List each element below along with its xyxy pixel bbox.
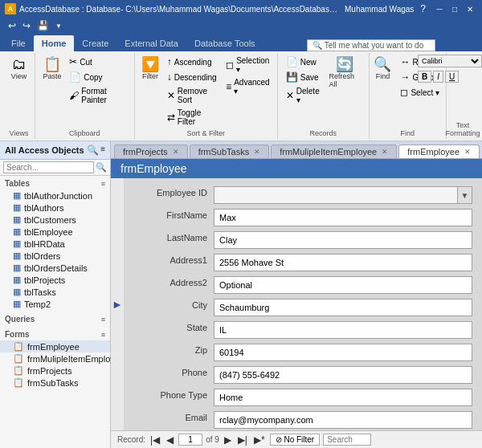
selection-button[interactable]: ◻ Selection ▾ <box>223 55 273 75</box>
filter-button[interactable]: 🔽 Filter <box>138 55 162 83</box>
prev-record-button[interactable]: ◀ <box>165 434 175 446</box>
bold-button[interactable]: B <box>418 71 431 83</box>
nav-item-tblauthorjunction[interactable]: ▦ tblAuthorJunction <box>0 189 110 202</box>
redo-button[interactable]: ↪ <box>21 19 32 32</box>
nav-item-tblemployee[interactable]: ▦ tblEmployee <box>0 226 110 238</box>
table-icon: ▦ <box>13 275 21 285</box>
email-input[interactable] <box>214 411 472 429</box>
employeeid-input[interactable] <box>214 186 458 204</box>
maximize-button[interactable]: □ <box>447 2 462 16</box>
tab-file[interactable]: File <box>3 35 34 51</box>
record-search-input[interactable] <box>323 434 371 446</box>
new-record-button[interactable]: 📄 New <box>283 55 324 69</box>
doc-tab-frmprojects[interactable]: frmProjects ✕ <box>114 145 188 158</box>
toggle-filter-button[interactable]: ⇄ Toggle Filter <box>164 107 221 128</box>
address1-input[interactable] <box>214 254 472 271</box>
help-icon[interactable]: ? <box>420 3 426 14</box>
paste-button[interactable]: 📋 Paste <box>40 55 64 83</box>
minimize-button[interactable]: ─ <box>432 2 447 16</box>
record-number-input[interactable] <box>178 434 202 446</box>
firstname-input[interactable] <box>214 209 472 226</box>
tab-external-data[interactable]: External Data <box>116 35 186 51</box>
refresh-all-button[interactable]: 🔄 Refresh All <box>325 55 363 91</box>
refresh-label: Refresh All <box>329 72 359 88</box>
doc-tab-frmemployee[interactable]: frmEmployee ✕ <box>398 145 480 158</box>
form-nav-left-arrow[interactable]: ► <box>111 178 124 430</box>
cut-button[interactable]: ✂ Cut <box>66 55 129 69</box>
nav-item-frmprojects[interactable]: 📋 frmProjects <box>0 365 110 377</box>
nav-item-tblauthors[interactable]: ▦ tblAuthors <box>0 202 110 214</box>
next-record-button[interactable]: ▶ <box>223 434 233 446</box>
firstname-label: FirstName <box>133 207 214 228</box>
city-input[interactable] <box>214 299 472 316</box>
sort-filter-group-label: Sort & Filter <box>186 129 225 137</box>
panel-search-icon[interactable]: 🔍 <box>87 145 99 156</box>
cut-icon: ✂ <box>69 56 77 67</box>
save-record-button[interactable]: 💾 Save <box>283 70 324 84</box>
form-row-email: Email <box>133 409 472 430</box>
undo-button[interactable]: ↩ <box>6 19 18 32</box>
nav-item-frmemployee[interactable]: 📋 frmEmployee <box>0 340 110 352</box>
new-nav-record-button[interactable]: ▶* <box>252 434 267 446</box>
cut-label: Cut <box>80 58 92 67</box>
tables-section-header[interactable]: Tables ≡ <box>0 177 110 189</box>
nav-item-tbltasks[interactable]: ▦ tblTasks <box>0 286 110 298</box>
employeeid-btn[interactable]: ▼ <box>458 186 472 204</box>
nav-item-temp2[interactable]: ▦ Temp2 <box>0 298 110 310</box>
doc-tab-frmmulipleitememp[interactable]: frmMulipleItemEmployee ✕ <box>271 145 397 158</box>
forms-section-header[interactable]: Forms ≡ <box>0 328 110 340</box>
close-button[interactable]: ✕ <box>463 2 477 16</box>
remove-sort-button[interactable]: ✕ Remove Sort <box>164 85 221 106</box>
ascending-button[interactable]: ↑ Ascending <box>164 55 221 69</box>
advanced-button[interactable]: ≡ Advanced ▾ <box>223 76 273 97</box>
nav-item-tblcustomers[interactable]: ▦ tblCustomers <box>0 214 110 226</box>
queries-collapse-icon: ≡ <box>101 316 105 324</box>
copy-button[interactable]: 📄 Copy <box>66 70 129 84</box>
doc-tab-close-icon[interactable]: ✕ <box>254 148 260 156</box>
address2-input[interactable] <box>214 276 472 294</box>
last-record-button[interactable]: ▶| <box>236 434 249 446</box>
format-painter-button[interactable]: 🖌 Format Painter <box>66 85 129 106</box>
nav-item-tblhrdata[interactable]: ▦ tblHRData <box>0 238 110 250</box>
tab-home[interactable]: Home <box>34 35 75 51</box>
state-input[interactable] <box>214 321 472 339</box>
queries-section-header[interactable]: Queries ≡ <box>0 313 110 325</box>
doc-tab-close-icon[interactable]: ✕ <box>382 148 388 156</box>
save-quick-button[interactable]: 💾 <box>35 19 51 32</box>
search-input[interactable] <box>3 161 94 173</box>
italic-button[interactable]: I <box>433 71 443 83</box>
phone-input[interactable] <box>214 366 472 384</box>
tab-create[interactable]: Create <box>74 35 116 51</box>
filter-status[interactable]: ⊘ No Filter <box>270 434 321 446</box>
search-icon: 🔍 <box>312 41 322 50</box>
doc-tab-close-icon[interactable]: ✕ <box>173 148 179 156</box>
table-icon: ▦ <box>13 214 21 225</box>
nav-item-label: frmMulipleItemEmployee <box>27 354 125 364</box>
left-panel-header: All Access Objects 🔍 ≡ <box>0 141 110 160</box>
panel-options-icon[interactable]: ≡ <box>100 145 105 156</box>
advanced-icon: ≡ <box>226 81 231 92</box>
nav-item-tblordersdetails[interactable]: ▦ tblOrdersDetails <box>0 262 110 274</box>
nav-item-frmmulipleitememp[interactable]: 📋 frmMulipleItemEmployee <box>0 352 110 365</box>
font-family-select[interactable]: Calibri <box>418 55 482 67</box>
doc-tab-label: frmMulipleItemEmployee <box>280 147 377 157</box>
delete-record-button[interactable]: ✕ Delete ▾ <box>283 85 324 106</box>
underline-button[interactable]: U <box>445 71 459 83</box>
phonetype-input[interactable] <box>214 389 472 406</box>
doc-tab-close-icon[interactable]: ✕ <box>464 148 471 156</box>
records-group-label: Records <box>309 129 337 137</box>
first-record-button[interactable]: |◀ <box>149 434 161 446</box>
zip-input[interactable] <box>214 344 472 361</box>
tab-database-tools[interactable]: Database Tools <box>186 35 263 51</box>
descending-button[interactable]: ↓ Descending <box>164 70 221 84</box>
forms-collapse-icon: ≡ <box>101 331 105 339</box>
find-button[interactable]: 🔍 Find <box>370 55 395 83</box>
lastname-input[interactable] <box>214 231 472 249</box>
tell-me-box[interactable]: 🔍 Tell me what you want to do <box>307 39 435 51</box>
nav-item-tblprojects[interactable]: ▦ tblProjects <box>0 274 110 286</box>
view-button[interactable]: 🗂 View <box>7 55 31 83</box>
doc-tab-frmsubtasks[interactable]: frmSubTasks ✕ <box>190 145 270 158</box>
nav-item-tblorders[interactable]: ▦ tblOrders <box>0 250 110 262</box>
quick-access-dropdown[interactable]: ▼ <box>54 22 63 31</box>
nav-item-frmsubtasks[interactable]: 📋 frmSubTasks <box>0 377 110 389</box>
